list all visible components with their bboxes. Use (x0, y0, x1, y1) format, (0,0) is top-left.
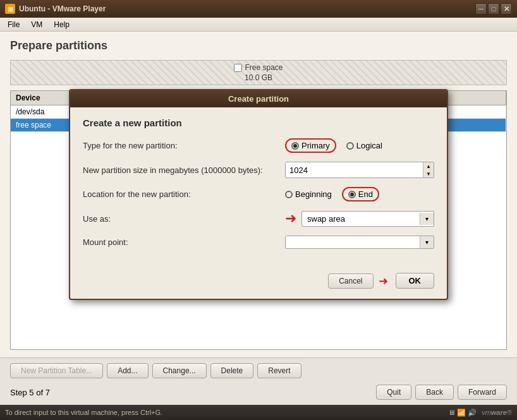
minimize-button[interactable]: ─ (475, 3, 487, 15)
mount-point-dropdown-arrow[interactable]: ▾ (420, 236, 434, 248)
type-label: Type for the new partition: (83, 141, 285, 150)
logical-radio[interactable] (346, 142, 354, 150)
use-as-row: Use as: ➜ swap area ▾ (83, 210, 434, 227)
quit-button[interactable]: Quit (376, 385, 411, 400)
statusbar: To direct input to this virtual machine,… (0, 405, 517, 420)
main-content: Prepare partitions Free space 10.0 GB De… (0, 32, 517, 357)
step-label: Step 5 of 7 (10, 388, 50, 397)
type-radio-group: Primary Logical (285, 138, 434, 153)
modal-overlay: Create partition Create a new partition … (0, 32, 517, 357)
delete-button[interactable]: Delete (210, 363, 254, 378)
vm-menu[interactable]: VM (26, 19, 47, 30)
beginning-label: Beginning (295, 189, 332, 199)
mount-point-row: Mount point: ▾ (83, 236, 434, 249)
modal-body: Create a new partition Type for the new … (70, 107, 447, 268)
location-label: Location for the new partition: (83, 189, 285, 199)
statusbar-right: 🖥 📶 🔊 vmware® (448, 409, 512, 417)
vmware-logo: vmware® (482, 409, 512, 416)
change-button[interactable]: Change... (152, 363, 207, 378)
close-button[interactable]: ✕ (501, 3, 512, 15)
step-area: Step 5 of 7 Quit Back Forward (10, 385, 507, 400)
size-spinner: ▲ ▼ (285, 162, 434, 178)
forward-button[interactable]: Forward (458, 385, 507, 400)
end-option[interactable]: End (342, 187, 379, 201)
mount-point-label: Mount point: (83, 237, 285, 247)
primary-option[interactable]: Primary (285, 138, 336, 153)
use-as-value: swap area (302, 212, 420, 226)
mount-point-value (286, 240, 420, 245)
logical-label: Logical (356, 141, 382, 150)
use-as-dropdown-arrow[interactable]: ▾ (420, 213, 434, 225)
spinner-buttons: ▲ ▼ (423, 162, 434, 177)
type-row: Type for the new partition: Primary Logi… (83, 138, 434, 153)
modal-titlebar: Create partition (70, 90, 447, 107)
end-radio[interactable] (348, 191, 356, 198)
use-as-label: Use as: (83, 214, 285, 224)
primary-label: Primary (301, 141, 330, 150)
ok-with-arrow: ➜ OK (379, 273, 435, 289)
maximize-button[interactable]: □ (488, 3, 499, 15)
size-row: New partition size in megabytes (1000000… (83, 162, 434, 178)
ok-button[interactable]: OK (396, 273, 435, 289)
mount-point-control: ▾ (285, 236, 434, 249)
menubar: File VM Help (0, 18, 517, 32)
end-label: End (358, 189, 373, 199)
spinner-up[interactable]: ▲ (423, 162, 434, 170)
size-control: ▲ ▼ (285, 162, 434, 178)
type-control: Primary Logical (285, 138, 434, 153)
system-tray: 🖥 📶 🔊 (448, 409, 477, 417)
titlebar: ▣ Ubuntu - VMware Player ─ □ ✕ (0, 0, 517, 18)
partition-buttons: New Partition Table... Add... Change... … (10, 363, 507, 378)
use-as-arrow-indicator: ➜ (285, 210, 296, 227)
window-title: Ubuntu - VMware Player (19, 4, 471, 13)
size-input[interactable] (286, 162, 423, 177)
nav-buttons: Quit Back Forward (376, 385, 507, 400)
modal-footer: Cancel ➜ OK (70, 268, 447, 299)
ok-arrow-indicator: ➜ (379, 274, 388, 288)
back-button[interactable]: Back (415, 385, 454, 400)
primary-radio[interactable] (291, 142, 299, 150)
help-menu[interactable]: Help (49, 19, 75, 30)
location-radio-group: Beginning End (285, 187, 434, 201)
location-row: Location for the new partition: Beginnin… (83, 187, 434, 201)
beginning-option[interactable]: Beginning (285, 189, 332, 199)
window-controls: ─ □ ✕ (475, 3, 512, 15)
size-label: New partition size in megabytes (1000000… (83, 165, 285, 175)
add-button[interactable]: Add... (107, 363, 148, 378)
mount-point-dropdown[interactable]: ▾ (285, 236, 434, 249)
new-partition-table-button[interactable]: New Partition Table... (10, 363, 103, 378)
use-as-dropdown[interactable]: swap area ▾ (301, 211, 434, 227)
create-partition-dialog: Create partition Create a new partition … (69, 89, 448, 300)
logical-option[interactable]: Logical (346, 141, 382, 150)
use-as-control: ➜ swap area ▾ (285, 210, 434, 227)
app-icon: ▣ (5, 4, 15, 14)
cancel-button[interactable]: Cancel (328, 273, 373, 289)
spinner-down[interactable]: ▼ (423, 170, 434, 177)
main-window: ▣ Ubuntu - VMware Player ─ □ ✕ File VM H… (0, 0, 517, 420)
beginning-radio[interactable] (285, 191, 293, 198)
modal-title: Create partition (228, 94, 289, 104)
bottom-area: New Partition Table... Add... Change... … (0, 357, 517, 405)
file-menu[interactable]: File (3, 19, 25, 30)
status-message: To direct input to this virtual machine,… (5, 409, 162, 416)
revert-button[interactable]: Revert (257, 363, 301, 378)
modal-section-title: Create a new partition (83, 117, 434, 128)
location-control: Beginning End (285, 187, 434, 201)
